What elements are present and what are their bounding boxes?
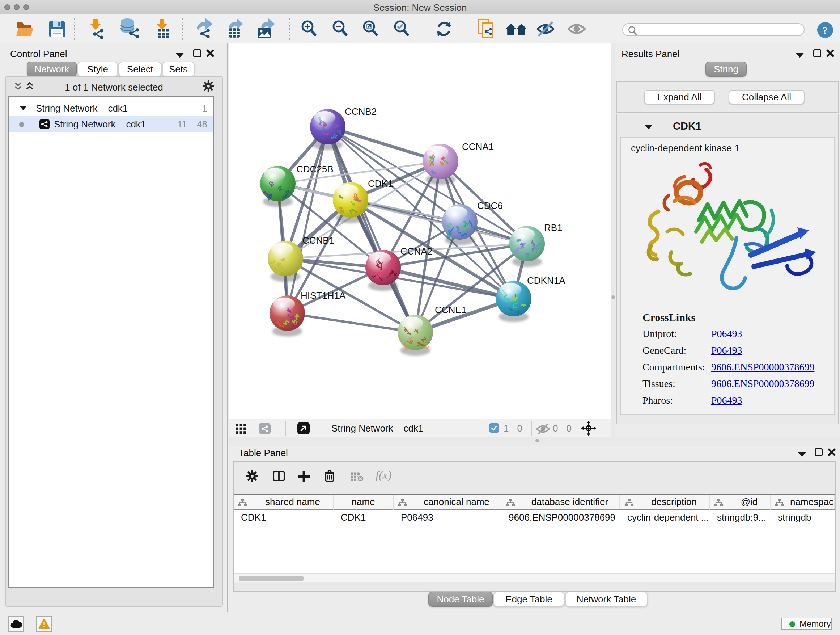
column-header[interactable]: canonical name (393, 495, 501, 510)
tab-style[interactable]: Style (77, 62, 118, 77)
export-table-icon[interactable] (224, 18, 248, 40)
zoom-out-icon[interactable] (332, 20, 349, 38)
hide-unhide-icon[interactable] (535, 21, 556, 37)
delete-table-icon (350, 471, 364, 482)
panel-menu-caret-icon[interactable] (176, 53, 184, 58)
crosslink-link[interactable]: P06493 (711, 345, 742, 356)
network-row[interactable]: String Network – cdk1 11 48 (9, 116, 213, 132)
tab-select[interactable]: Select (118, 62, 161, 77)
zoom-fit-icon[interactable] (363, 20, 380, 38)
column-header[interactable]: shared name (234, 495, 333, 510)
network-node-CCNE1[interactable] (398, 315, 433, 356)
crosslink-link[interactable]: P06493 (711, 328, 742, 340)
zoom-in-icon[interactable] (301, 20, 318, 38)
create-column-icon[interactable] (298, 470, 309, 482)
export-image-icon[interactable] (256, 18, 279, 40)
export-network-icon[interactable] (194, 18, 217, 40)
table-cell[interactable]: cyclin-dependent ... (627, 510, 708, 524)
network-node-CCNB1[interactable] (268, 241, 303, 282)
import-network-from-database-icon[interactable] (118, 18, 141, 40)
table-cell[interactable]: CDK1 (341, 510, 392, 524)
collapse-gene-caret-icon[interactable] (645, 125, 653, 130)
selected-checkbox[interactable] (489, 423, 499, 433)
import-network-icon[interactable] (86, 19, 106, 40)
network-node-CCNA1[interactable] (423, 144, 458, 185)
save-session-icon[interactable] (49, 20, 66, 38)
column-header[interactable]: name (333, 495, 393, 510)
network-view[interactable]: CCNB2CCNA1CDC25BCDK1CDC6RB1CCNB1CCNA2CDK… (229, 43, 611, 418)
network-node-CCNA2[interactable] (365, 250, 401, 291)
horizontal-splitter[interactable] (229, 437, 840, 445)
column-header[interactable]: database identifier (501, 495, 620, 510)
network-collection-row[interactable]: String Network – cdk1 1 (9, 100, 213, 116)
collapse-all-button[interactable]: Collapse All (729, 90, 805, 104)
birdseye-grid-icon[interactable] (236, 424, 246, 434)
fit-selected-crosshair-icon[interactable] (581, 421, 596, 436)
tab-network-table[interactable]: Network Table (565, 592, 647, 607)
hierarchy-icon (398, 499, 407, 507)
column-header-label: @id (729, 496, 770, 508)
float-panel-icon[interactable] (193, 49, 201, 57)
crosslink-link[interactable]: P06493 (711, 394, 742, 406)
open-session-icon[interactable] (15, 21, 35, 38)
crosslink-link[interactable]: 9606.ENSP00000378699 (711, 378, 814, 390)
import-table-icon[interactable] (153, 19, 172, 40)
float-panel-icon[interactable] (813, 49, 821, 57)
node-label: CCNA2 (401, 246, 432, 257)
search-box[interactable] (622, 23, 805, 36)
scrollbar-thumb[interactable] (239, 576, 304, 581)
table-options-gear-icon[interactable] (246, 470, 258, 482)
footer-separator (285, 421, 286, 436)
network-node-CDC6[interactable] (442, 204, 477, 245)
search-input[interactable] (640, 25, 799, 35)
tab-node-table[interactable]: Node Table (428, 592, 493, 607)
column-header[interactable]: description (620, 495, 710, 510)
network-node-CDKN1A[interactable] (496, 281, 531, 322)
cloud-status-button[interactable] (8, 616, 24, 632)
column-header[interactable]: @id (710, 495, 771, 510)
crosslink-link[interactable]: 9606.ENSP00000378699 (711, 361, 814, 373)
home-view-icon[interactable] (505, 22, 528, 36)
zoom-selected-icon[interactable] (393, 20, 411, 38)
network-node-CDK1[interactable] (333, 182, 368, 223)
open-in-window-icon[interactable] (297, 422, 309, 434)
network-node-CCNB2[interactable] (310, 109, 346, 150)
network-options-gear-icon[interactable] (202, 80, 214, 92)
close-panel-icon[interactable] (206, 49, 214, 57)
column-header-label: name (333, 496, 393, 508)
tab-network[interactable]: Network (27, 62, 77, 77)
float-panel-icon[interactable] (815, 448, 823, 456)
table-cell[interactable]: 9606.ENSP00000378699 (508, 510, 619, 524)
network-node-CDC25B[interactable] (260, 166, 295, 207)
svg-text:?: ? (823, 24, 828, 36)
network-node-RB1[interactable] (509, 226, 545, 267)
panel-menu-caret-icon[interactable] (798, 452, 806, 457)
show-columns-icon[interactable] (273, 470, 285, 481)
horizontal-scrollbar[interactable] (234, 573, 835, 582)
panel-menu-caret-icon[interactable] (796, 53, 804, 58)
network-label: String Network – cdk1 (54, 116, 146, 132)
vertical-splitter[interactable] (611, 43, 615, 437)
clone-network-icon[interactable] (477, 18, 497, 40)
network-edge[interactable] (287, 127, 328, 313)
network-node-HIST1H1A[interactable] (270, 295, 305, 337)
tab-string[interactable]: String (706, 62, 747, 77)
network-share-chip-icon[interactable] (259, 423, 271, 434)
table-cell[interactable]: P06493 (401, 510, 500, 524)
help-icon[interactable]: ? (817, 22, 834, 38)
show-graphics-details-icon[interactable] (567, 22, 586, 36)
warning-status-button[interactable] (36, 616, 52, 632)
table-cell[interactable]: stringdb:9... (717, 510, 769, 524)
close-panel-icon[interactable] (828, 448, 836, 456)
close-panel-icon[interactable] (826, 49, 834, 57)
tab-edge-table[interactable]: Edge Table (493, 592, 564, 607)
table-cell[interactable]: stringdb (778, 510, 834, 524)
refresh-icon[interactable] (435, 20, 454, 38)
column-header[interactable]: namespac (771, 495, 835, 510)
tab-sets[interactable]: Sets (162, 62, 195, 77)
delete-column-trash-icon[interactable] (324, 470, 335, 482)
table-cell[interactable]: CDK1 (241, 510, 332, 524)
expand-all-button[interactable]: Expand All (644, 90, 715, 104)
memory-button[interactable]: Memory (782, 618, 832, 630)
crosslink-label: Tissues: (643, 378, 676, 390)
